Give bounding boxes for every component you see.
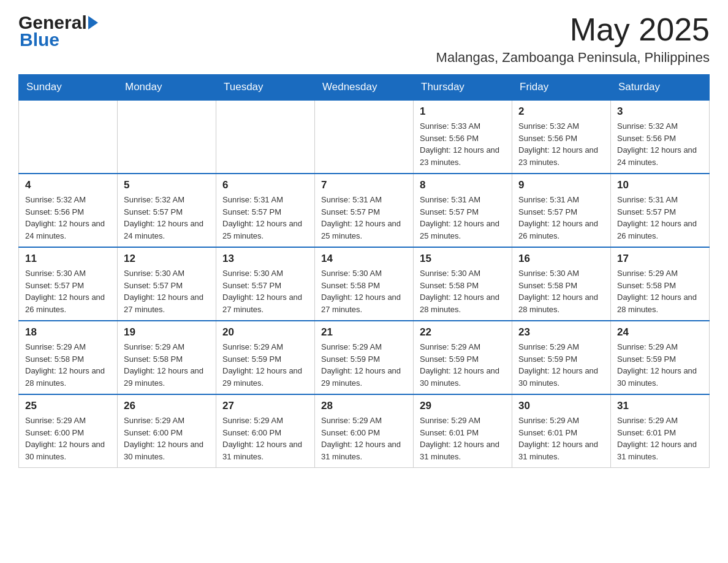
day-of-week-header: Tuesday — [216, 75, 315, 101]
day-of-week-header: Monday — [118, 75, 216, 101]
day-info: Sunrise: 5:29 AM Sunset: 6:00 PM Dayligh… — [321, 415, 407, 462]
day-number: 24 — [617, 326, 703, 339]
day-number: 19 — [124, 326, 210, 339]
logo-arrow-icon — [88, 16, 98, 29]
day-info: Sunrise: 5:29 AM Sunset: 6:01 PM Dayligh… — [420, 415, 506, 462]
day-number: 5 — [124, 179, 210, 191]
day-number: 11 — [25, 253, 111, 265]
day-number: 22 — [420, 326, 506, 339]
calendar-cell: 23Sunrise: 5:29 AM Sunset: 5:59 PM Dayli… — [512, 321, 611, 394]
calendar-cell: 13Sunrise: 5:30 AM Sunset: 5:57 PM Dayli… — [216, 247, 315, 321]
day-info: Sunrise: 5:32 AM Sunset: 5:56 PM Dayligh… — [25, 194, 111, 242]
day-number: 10 — [617, 179, 703, 191]
day-info: Sunrise: 5:30 AM Sunset: 5:58 PM Dayligh… — [518, 267, 604, 315]
day-of-week-header: Friday — [512, 75, 611, 101]
day-number: 4 — [25, 179, 111, 191]
day-of-week-header: Wednesday — [315, 75, 414, 101]
day-number: 3 — [617, 105, 703, 118]
day-number: 28 — [321, 400, 407, 412]
day-info: Sunrise: 5:29 AM Sunset: 5:59 PM Dayligh… — [321, 341, 407, 389]
day-info: Sunrise: 5:31 AM Sunset: 5:57 PM Dayligh… — [518, 194, 604, 242]
calendar-cell: 10Sunrise: 5:31 AM Sunset: 5:57 PM Dayli… — [611, 174, 710, 247]
logo: General Blue — [18, 12, 98, 50]
calendar-cell: 12Sunrise: 5:30 AM Sunset: 5:57 PM Dayli… — [118, 247, 216, 321]
calendar-cell: 31Sunrise: 5:29 AM Sunset: 6:01 PM Dayli… — [611, 394, 710, 468]
day-number: 30 — [518, 400, 604, 412]
day-number: 7 — [321, 179, 407, 191]
day-info: Sunrise: 5:29 AM Sunset: 5:59 PM Dayligh… — [617, 341, 703, 389]
calendar-cell — [118, 100, 216, 174]
day-number: 9 — [518, 179, 604, 191]
calendar-cell — [216, 100, 315, 174]
day-info: Sunrise: 5:33 AM Sunset: 5:56 PM Dayligh… — [420, 120, 506, 168]
day-number: 2 — [518, 105, 604, 118]
day-number: 21 — [321, 326, 407, 339]
day-number: 16 — [518, 253, 604, 265]
day-number: 23 — [518, 326, 604, 339]
title-section: May 2025 Malangas, Zamboanga Peninsula, … — [436, 12, 710, 66]
day-number: 13 — [222, 253, 308, 265]
day-number: 1 — [420, 105, 506, 118]
day-number: 20 — [222, 326, 308, 339]
day-info: Sunrise: 5:29 AM Sunset: 5:59 PM Dayligh… — [222, 341, 308, 389]
day-number: 12 — [124, 253, 210, 265]
calendar-week-row: 25Sunrise: 5:29 AM Sunset: 6:00 PM Dayli… — [19, 394, 710, 468]
calendar-week-row: 4Sunrise: 5:32 AM Sunset: 5:56 PM Daylig… — [19, 174, 710, 247]
calendar-cell: 5Sunrise: 5:32 AM Sunset: 5:57 PM Daylig… — [118, 174, 216, 247]
calendar-cell: 21Sunrise: 5:29 AM Sunset: 5:59 PM Dayli… — [315, 321, 414, 394]
calendar-cell: 28Sunrise: 5:29 AM Sunset: 6:00 PM Dayli… — [315, 394, 414, 468]
day-info: Sunrise: 5:30 AM Sunset: 5:58 PM Dayligh… — [420, 267, 506, 315]
calendar-cell — [315, 100, 414, 174]
calendar-cell: 25Sunrise: 5:29 AM Sunset: 6:00 PM Dayli… — [19, 394, 118, 468]
calendar-cell: 14Sunrise: 5:30 AM Sunset: 5:58 PM Dayli… — [315, 247, 414, 321]
calendar-cell: 18Sunrise: 5:29 AM Sunset: 5:58 PM Dayli… — [19, 321, 118, 394]
day-number: 31 — [617, 400, 703, 412]
calendar-cell: 19Sunrise: 5:29 AM Sunset: 5:58 PM Dayli… — [118, 321, 216, 394]
day-of-week-header: Sunday — [19, 75, 118, 101]
calendar-cell: 6Sunrise: 5:31 AM Sunset: 5:57 PM Daylig… — [216, 174, 315, 247]
day-info: Sunrise: 5:30 AM Sunset: 5:57 PM Dayligh… — [124, 267, 210, 315]
calendar-cell: 7Sunrise: 5:31 AM Sunset: 5:57 PM Daylig… — [315, 174, 414, 247]
day-number: 14 — [321, 253, 407, 265]
day-info: Sunrise: 5:29 AM Sunset: 5:58 PM Dayligh… — [25, 341, 111, 389]
calendar-cell: 16Sunrise: 5:30 AM Sunset: 5:58 PM Dayli… — [512, 247, 611, 321]
day-info: Sunrise: 5:29 AM Sunset: 6:00 PM Dayligh… — [222, 415, 308, 462]
day-info: Sunrise: 5:29 AM Sunset: 6:00 PM Dayligh… — [25, 415, 111, 462]
calendar-cell: 3Sunrise: 5:32 AM Sunset: 5:56 PM Daylig… — [611, 100, 710, 174]
calendar-cell — [19, 100, 118, 174]
calendar-cell: 22Sunrise: 5:29 AM Sunset: 5:59 PM Dayli… — [414, 321, 512, 394]
calendar-cell: 17Sunrise: 5:29 AM Sunset: 5:58 PM Dayli… — [611, 247, 710, 321]
day-number: 6 — [222, 179, 308, 191]
month-title: May 2025 — [436, 12, 710, 47]
calendar-week-row: 11Sunrise: 5:30 AM Sunset: 5:57 PM Dayli… — [19, 247, 710, 321]
calendar-cell: 4Sunrise: 5:32 AM Sunset: 5:56 PM Daylig… — [19, 174, 118, 247]
day-info: Sunrise: 5:29 AM Sunset: 5:58 PM Dayligh… — [124, 341, 210, 389]
day-info: Sunrise: 5:29 AM Sunset: 5:59 PM Dayligh… — [420, 341, 506, 389]
day-number: 26 — [124, 400, 210, 412]
day-info: Sunrise: 5:29 AM Sunset: 6:01 PM Dayligh… — [518, 415, 604, 462]
calendar-cell: 20Sunrise: 5:29 AM Sunset: 5:59 PM Dayli… — [216, 321, 315, 394]
calendar-cell: 24Sunrise: 5:29 AM Sunset: 5:59 PM Dayli… — [611, 321, 710, 394]
calendar-week-row: 18Sunrise: 5:29 AM Sunset: 5:58 PM Dayli… — [19, 321, 710, 394]
day-info: Sunrise: 5:32 AM Sunset: 5:56 PM Dayligh… — [518, 120, 604, 168]
day-of-week-header: Saturday — [611, 75, 710, 101]
day-info: Sunrise: 5:31 AM Sunset: 5:57 PM Dayligh… — [222, 194, 308, 242]
day-info: Sunrise: 5:31 AM Sunset: 5:57 PM Dayligh… — [617, 194, 703, 242]
calendar-cell: 2Sunrise: 5:32 AM Sunset: 5:56 PM Daylig… — [512, 100, 611, 174]
calendar-cell: 26Sunrise: 5:29 AM Sunset: 6:00 PM Dayli… — [118, 394, 216, 468]
day-info: Sunrise: 5:31 AM Sunset: 5:57 PM Dayligh… — [420, 194, 506, 242]
day-number: 18 — [25, 326, 111, 339]
day-info: Sunrise: 5:29 AM Sunset: 5:59 PM Dayligh… — [518, 341, 604, 389]
day-number: 25 — [25, 400, 111, 412]
day-info: Sunrise: 5:30 AM Sunset: 5:57 PM Dayligh… — [222, 267, 308, 315]
calendar-cell: 29Sunrise: 5:29 AM Sunset: 6:01 PM Dayli… — [414, 394, 512, 468]
calendar-cell: 8Sunrise: 5:31 AM Sunset: 5:57 PM Daylig… — [414, 174, 512, 247]
calendar-cell: 15Sunrise: 5:30 AM Sunset: 5:58 PM Dayli… — [414, 247, 512, 321]
day-number: 29 — [420, 400, 506, 412]
calendar-cell: 27Sunrise: 5:29 AM Sunset: 6:00 PM Dayli… — [216, 394, 315, 468]
calendar-week-row: 1Sunrise: 5:33 AM Sunset: 5:56 PM Daylig… — [19, 100, 710, 174]
day-info: Sunrise: 5:29 AM Sunset: 5:58 PM Dayligh… — [617, 267, 703, 315]
calendar-header-row: SundayMondayTuesdayWednesdayThursdayFrid… — [19, 75, 710, 101]
day-number: 8 — [420, 179, 506, 191]
day-info: Sunrise: 5:30 AM Sunset: 5:58 PM Dayligh… — [321, 267, 407, 315]
